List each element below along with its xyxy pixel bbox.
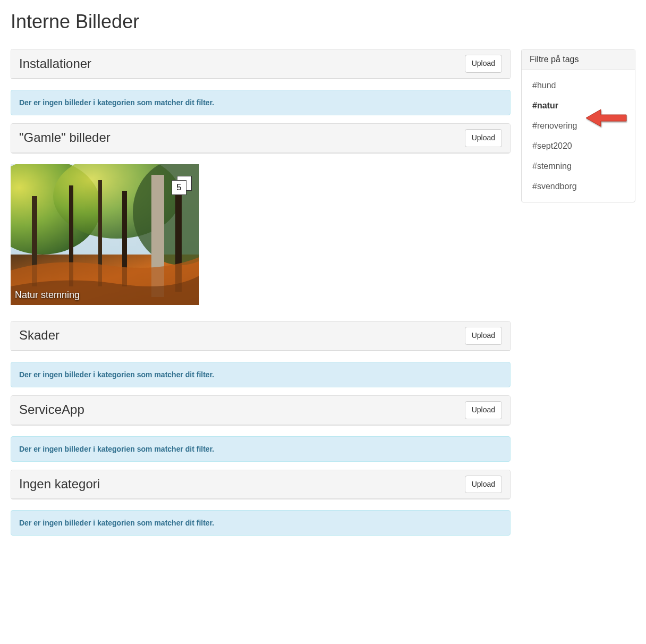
empty-category-message: Der er ingen billeder i kategorien som m… — [11, 436, 511, 462]
category-title: "Gamle" billeder — [19, 130, 110, 146]
category-header: Installationer Upload — [11, 49, 510, 79]
tag-filter-item[interactable]: #hund — [522, 75, 635, 96]
tag-list: #hund #natur #renovering #sept2020 #stem… — [522, 70, 635, 202]
category-panel: Installationer Upload — [11, 49, 511, 79]
album-count: 5 — [172, 180, 186, 195]
empty-category-message: Der er ingen billeder i kategorien som m… — [11, 510, 511, 536]
upload-button[interactable]: Upload — [465, 55, 502, 73]
upload-button[interactable]: Upload — [465, 476, 502, 494]
category-title: Ingen kategori — [19, 477, 100, 492]
sidebar-column: Filtre på tags #hund #natur #renovering … — [521, 49, 635, 202]
category-header: Skader Upload — [11, 321, 510, 351]
upload-button[interactable]: Upload — [465, 401, 502, 419]
main-column: Installationer Upload Der er ingen bille… — [11, 49, 511, 544]
empty-category-message: Der er ingen billeder i kategorien som m… — [11, 362, 511, 387]
category-header: ServiceApp Upload — [11, 396, 510, 425]
category-title: Skader — [19, 328, 60, 343]
category-panel: ServiceApp Upload — [11, 395, 511, 426]
page-title: Interne Billeder — [11, 11, 635, 33]
stack-count-badge: 5 — [172, 180, 188, 196]
category-section: Installationer Upload Der er ingen bille… — [11, 49, 511, 115]
tag-filter-item[interactable]: #natur — [522, 96, 635, 116]
category-section: "Gamle" billeder Upload — [11, 123, 511, 313]
tag-filter-item[interactable]: #stemning — [522, 156, 635, 176]
category-section: Ingen kategori Upload Der er ingen bille… — [11, 470, 511, 536]
upload-button[interactable]: Upload — [465, 327, 502, 345]
tag-filter-item[interactable]: #renovering — [522, 116, 635, 136]
category-section: Skader Upload Der er ingen billeder i ka… — [11, 321, 511, 387]
category-header: "Gamle" billeder Upload — [11, 124, 510, 153]
forest-image — [11, 164, 199, 305]
tag-filter-item[interactable]: #svendborg — [522, 176, 635, 197]
category-title: Installationer — [19, 56, 91, 72]
category-panel: Ingen kategori Upload — [11, 470, 511, 500]
category-panel: Skader Upload — [11, 321, 511, 351]
album-thumbnail[interactable]: 5 Natur stemning — [11, 164, 199, 305]
tag-filter-item[interactable]: #sept2020 — [522, 136, 635, 156]
upload-button[interactable]: Upload — [465, 129, 502, 147]
empty-category-message: Der er ingen billeder i kategorien som m… — [11, 90, 511, 115]
album-caption: Natur stemning — [15, 290, 80, 301]
filter-panel: Filtre på tags #hund #natur #renovering … — [521, 49, 635, 202]
category-title: ServiceApp — [19, 402, 84, 418]
category-header: Ingen kategori Upload — [11, 470, 510, 499]
filter-heading: Filtre på tags — [522, 49, 635, 70]
gallery-row: 5 Natur stemning — [11, 164, 511, 313]
category-panel: "Gamle" billeder Upload — [11, 123, 511, 154]
category-section: ServiceApp Upload Der er ingen billeder … — [11, 395, 511, 462]
